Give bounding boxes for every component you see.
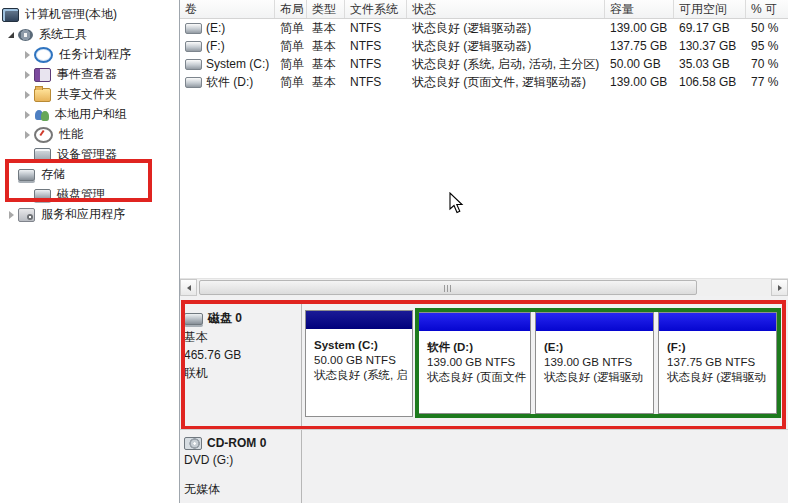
partition-e[interactable]: (E:) 139.00 GB NTFS 状态良好 (逻辑驱动 <box>535 312 654 414</box>
volume-layout: 简单 <box>275 74 307 91</box>
sidebar-item-label: 本地用户和组 <box>53 106 129 123</box>
volume-capacity: 139.00 GB <box>605 21 674 35</box>
expander-expanded-icon[interactable] <box>4 32 18 38</box>
disk-management-icon <box>34 189 51 201</box>
volume-type: 基本 <box>307 38 345 55</box>
volume-capacity: 139.00 GB <box>605 75 674 89</box>
expander-collapsed-icon[interactable] <box>20 111 34 119</box>
logical-drive-bar <box>659 313 776 331</box>
expander-collapsed-icon[interactable] <box>20 131 34 139</box>
column-header-status[interactable]: 状态 <box>407 0 605 18</box>
volume-status: 状态良好 (页面文件, 逻辑驱动器) <box>407 74 605 91</box>
partition-system-c[interactable]: System (C:) 50.00 GB NTFS 状态良好 (系统, 启 <box>305 310 413 417</box>
sidebar-item-performance[interactable]: 性能 <box>20 125 85 144</box>
volume-filesystem: NTFS <box>345 57 407 71</box>
volume-row-f[interactable]: (F:) 简单 基本 NTFS 状态良好 (逻辑驱动器) 137.75 GB 1… <box>180 37 788 55</box>
computer-icon <box>2 8 19 22</box>
partition-name: (F:) <box>667 340 772 355</box>
sidebar-item-system-tools[interactable]: 系统工具 <box>4 25 89 44</box>
disk-graphical-view: 磁盘 0 基本 465.76 GB 联机 System (C:) 50.00 G… <box>180 296 788 503</box>
partition-status: 状态良好 (逻辑驱动 <box>544 370 649 385</box>
sidebar-item-label: 事件查看器 <box>55 66 119 83</box>
volume-icon <box>185 59 202 70</box>
sidebar-item-device-manager[interactable]: 设备管理器 <box>20 145 119 164</box>
system-tools-icon <box>18 29 33 41</box>
cdrom-label-cell[interactable]: CD-ROM 0 DVD (G:) 无媒体 <box>184 436 298 497</box>
volume-filesystem: NTFS <box>345 75 407 89</box>
arrow-left-icon <box>187 285 191 291</box>
sidebar-item-label: 存储 <box>39 166 67 183</box>
volume-row-e[interactable]: (E:) 简单 基本 NTFS 状态良好 (逻辑驱动器) 139.00 GB 6… <box>180 19 788 37</box>
sidebar-item-label: 计算机管理(本地) <box>23 6 119 23</box>
computer-management-window: 计算机管理(本地) 系统工具 任务计划程序 事件查看器 共享文件夹 本地用户和组 <box>0 0 788 503</box>
volume-capacity: 137.75 GB <box>605 39 674 53</box>
volume-icon <box>185 77 202 88</box>
expander-collapsed-icon[interactable] <box>20 71 34 79</box>
sidebar-item-shared-folders[interactable]: 共享文件夹 <box>20 85 119 104</box>
volume-percent-free: 50 % <box>746 21 788 35</box>
sidebar-item-task-scheduler[interactable]: 任务计划程序 <box>20 45 133 64</box>
cdrom-name: CD-ROM 0 <box>207 436 266 450</box>
sidebar-item-storage[interactable]: 存储 <box>4 165 67 184</box>
divider <box>301 304 302 426</box>
disk0-type: 基本 <box>184 330 298 345</box>
sidebar-item-services-applications[interactable]: 服务和应用程序 <box>4 205 127 224</box>
expander-collapsed-icon[interactable] <box>4 211 18 219</box>
volume-type: 基本 <box>307 56 345 73</box>
expander-collapsed-icon[interactable] <box>20 91 34 99</box>
volume-icon <box>185 41 202 52</box>
sidebar-item-label: 共享文件夹 <box>55 86 119 103</box>
expander-collapsed-icon[interactable] <box>20 51 34 59</box>
scrollbar-thumb[interactable] <box>199 280 697 295</box>
partition-size: 139.00 GB NTFS <box>544 355 649 370</box>
primary-partition-bar <box>306 311 412 329</box>
partition-size: 137.75 GB NTFS <box>667 355 772 370</box>
sidebar-item-event-viewer[interactable]: 事件查看器 <box>20 65 119 84</box>
volume-layout: 简单 <box>275 38 307 55</box>
volume-list-header: 卷 布局 类型 文件系统 状态 容量 可用空间 % 可 <box>180 0 788 19</box>
column-header-capacity[interactable]: 容量 <box>605 0 674 18</box>
column-header-volume[interactable]: 卷 <box>180 0 275 18</box>
column-header-layout[interactable]: 布局 <box>275 0 307 18</box>
partition-name: (E:) <box>544 340 649 355</box>
sidebar-item-label: 性能 <box>57 126 85 143</box>
volume-row-d[interactable]: 软件 (D:) 简单 基本 NTFS 状态良好 (页面文件, 逻辑驱动器) 13… <box>180 73 788 91</box>
column-header-filesystem[interactable]: 文件系统 <box>345 0 407 18</box>
volume-name: System (C:) <box>206 57 269 71</box>
sidebar-item-label: 服务和应用程序 <box>39 206 127 223</box>
volume-type: 基本 <box>307 74 345 91</box>
scroll-left-button[interactable] <box>180 279 197 296</box>
sidebar-tree: 计算机管理(本地) 系统工具 任务计划程序 事件查看器 共享文件夹 本地用户和组 <box>0 0 180 503</box>
volume-type: 基本 <box>307 20 345 37</box>
volume-layout: 简单 <box>275 56 307 73</box>
cd-rom-icon <box>184 437 202 450</box>
disk0-name: 磁盘 0 <box>208 310 242 327</box>
volume-free-space: 106.58 GB <box>674 75 746 89</box>
scroll-right-button[interactable] <box>771 279 788 296</box>
sidebar-item-local-users-groups[interactable]: 本地用户和组 <box>20 105 129 124</box>
volume-list: 卷 布局 类型 文件系统 状态 容量 可用空间 % 可 (E:) 简单 基本 N… <box>180 0 788 296</box>
sidebar-item-label: 系统工具 <box>37 26 89 43</box>
partition-d[interactable]: 软件 (D:) 139.00 GB NTFS 状态良好 (页面文件 <box>419 312 531 414</box>
column-header-percent-free[interactable]: % 可 <box>746 0 788 18</box>
device-manager-icon <box>34 148 51 162</box>
divider <box>301 430 302 503</box>
horizontal-scrollbar[interactable] <box>180 278 788 296</box>
volume-capacity: 50.00 GB <box>605 57 674 71</box>
sidebar-item-label: 任务计划程序 <box>57 46 133 63</box>
sidebar-item-disk-management[interactable]: 磁盘管理 <box>20 185 107 204</box>
partition-f[interactable]: (F:) 137.75 GB NTFS 状态良好 (逻辑驱动 <box>658 312 777 414</box>
main-pane: 卷 布局 类型 文件系统 状态 容量 可用空间 % 可 (E:) 简单 基本 N… <box>180 0 788 503</box>
column-header-free-space[interactable]: 可用空间 <box>674 0 746 18</box>
column-header-type[interactable]: 类型 <box>307 0 345 18</box>
volume-percent-free: 70 % <box>746 57 788 71</box>
event-viewer-icon <box>34 68 51 82</box>
disk0-label-cell[interactable]: 磁盘 0 基本 465.76 GB 联机 <box>184 310 298 381</box>
volume-filesystem: NTFS <box>345 39 407 53</box>
partition-status: 状态良好 (系统, 启 <box>314 368 408 383</box>
services-icon <box>18 208 35 222</box>
shared-folders-icon <box>34 88 51 102</box>
extended-partition-outline: 软件 (D:) 139.00 GB NTFS 状态良好 (页面文件 (E:) 1… <box>415 308 781 418</box>
volume-row-system-c[interactable]: System (C:) 简单 基本 NTFS 状态良好 (系统, 启动, 活动,… <box>180 55 788 73</box>
sidebar-item-computer-management[interactable]: 计算机管理(本地) <box>2 5 119 24</box>
